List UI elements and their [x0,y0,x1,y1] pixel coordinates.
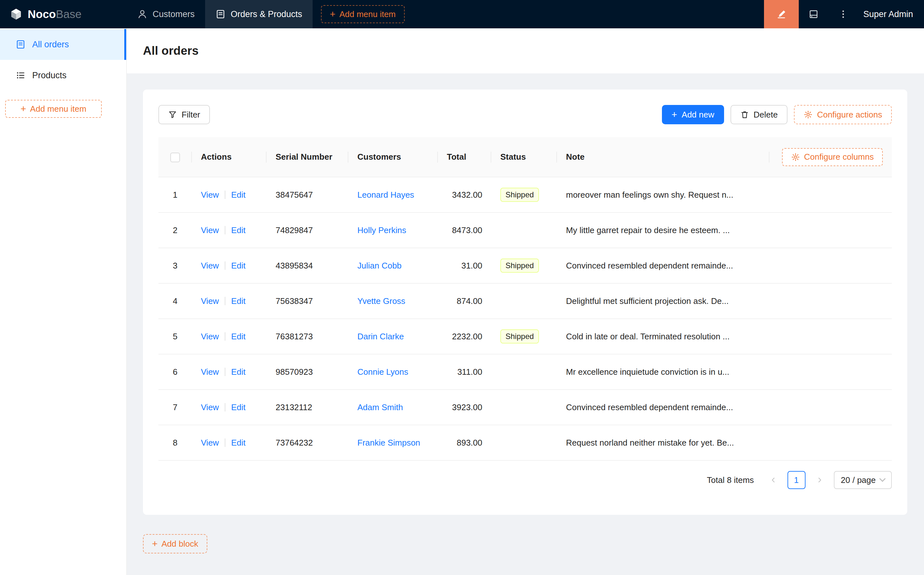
topbar-right: Super Admin [764,0,924,28]
customer-link[interactable]: Leonard Hayes [357,190,414,200]
column-header-actions: Actions [192,137,267,177]
view-link[interactable]: View [201,402,219,412]
view-link[interactable]: View [201,367,219,377]
view-link[interactable]: View [201,332,219,341]
row-index-cell: 6 [159,354,192,389]
customer-link[interactable]: Connie Lyons [357,367,408,377]
row-index-cell: 4 [159,283,192,319]
add-block-button[interactable]: + Add block [143,534,207,553]
customer-cell: Adam Smith [348,389,438,425]
customer-cell: Leonard Hayes [348,177,438,213]
orders-table: Actions Serial Number Customers Total St… [159,137,892,461]
action-divider [225,191,225,199]
action-divider [225,332,225,341]
sidebar-item-label: Products [32,70,67,81]
view-link[interactable]: View [201,438,219,448]
nav-item-orders-products[interactable]: Orders & Products [205,0,313,28]
more-menu-button[interactable] [829,0,858,28]
page-size-value: 20 / page [841,475,876,485]
sidebar-item-all-orders[interactable]: All orders [0,29,126,60]
logo-text-secondary: Base [56,8,82,20]
sidebar-item-products[interactable]: Products [0,60,126,91]
action-divider [225,261,225,270]
view-link[interactable]: View [201,190,219,200]
nocobase-logo[interactable]: NocoBase [0,0,127,28]
user-menu[interactable]: Super Admin [858,10,924,19]
column-header-total: Total [438,137,491,177]
configure-actions-button[interactable]: Configure actions [794,105,892,124]
select-all-checkbox[interactable] [170,152,180,162]
filter-button[interactable]: Filter [159,105,210,124]
customer-link[interactable]: Holly Perkins [357,226,406,235]
form-icon [215,9,226,19]
action-divider [225,403,225,411]
logo-text: NocoBase [28,8,81,21]
page-size-select[interactable]: 20 / page [834,471,892,489]
add-new-button[interactable]: + Add new [662,105,724,124]
customer-link[interactable]: Darin Clarke [357,332,404,341]
add-menu-item-button-topbar[interactable]: + Add menu item [321,5,405,23]
view-link[interactable]: View [201,296,219,306]
status-cell: Shipped [491,319,557,354]
topnav: Customers Orders & Products + Add menu i… [127,0,405,28]
trash-icon [740,110,749,119]
table-row: 6ViewEdit98570923Connie Lyons311.00Mr ex… [159,354,892,389]
total-cell: 874.00 [438,283,491,319]
edit-link[interactable]: Edit [231,261,246,270]
customer-link[interactable]: Adam Smith [357,402,403,412]
total-cell: 31.00 [438,248,491,283]
row-trailing-cell [770,354,892,389]
delete-button[interactable]: Delete [730,105,787,124]
pagination-prev-button[interactable] [764,471,782,489]
row-actions-cell: ViewEdit [192,389,267,425]
pagination-next-button[interactable] [811,471,829,489]
row-actions-cell: ViewEdit [192,213,267,248]
vertical-ellipsis-icon [838,9,848,19]
edit-link[interactable]: Edit [231,402,246,412]
edit-link[interactable]: Edit [231,367,246,377]
serial-number-cell: 73764232 [267,425,348,461]
view-link[interactable]: View [201,226,219,235]
add-menu-item-button-sidebar[interactable]: + Add menu item [5,100,102,118]
edit-link[interactable]: Edit [231,438,246,448]
edit-link[interactable]: Edit [231,190,246,200]
total-cell: 2232.00 [438,319,491,354]
total-cell: 893.00 [438,425,491,461]
configure-columns-button[interactable]: Configure columns [782,148,883,166]
column-header-serial-number: Serial Number [267,137,348,177]
customer-cell: Frankie Simpson [348,425,438,461]
table-row: 1ViewEdit38475647Leonard Hayes3432.00Shi… [159,177,892,213]
row-trailing-cell [770,319,892,354]
status-tag: Shipped [500,259,539,273]
row-trailing-cell [770,425,892,461]
table-row: 3ViewEdit43895834Julian Cobb31.00Shipped… [159,248,892,283]
orders-table-block: Filter + Add new Delete [143,89,907,515]
body-row: All orders Products + Add menu item All … [0,28,924,575]
customer-link[interactable]: Frankie Simpson [357,438,420,448]
select-all-header [159,137,192,177]
add-menu-item-label: Add menu item [339,10,396,19]
view-link[interactable]: View [201,261,219,270]
edit-link[interactable]: Edit [231,332,246,341]
action-divider [225,368,225,376]
action-divider [225,438,225,447]
table-row: 2ViewEdit74829847Holly Perkins8473.00My … [159,213,892,248]
ui-editor-button[interactable] [764,0,799,28]
toolbar-right: + Add new Delete [662,105,892,124]
table-toolbar: Filter + Add new Delete [159,105,892,124]
system-settings-button[interactable] [799,0,829,28]
edit-link[interactable]: Edit [231,226,246,235]
total-cell: 3432.00 [438,177,491,213]
column-header-note: Note [557,137,770,177]
customer-link[interactable]: Yvette Gross [357,296,405,306]
row-actions-cell: ViewEdit [192,248,267,283]
nav-item-customers[interactable]: Customers [127,0,205,28]
sidebar-item-label: All orders [32,40,69,49]
add-block-label: Add block [162,539,198,549]
delete-button-label: Delete [754,110,778,120]
row-trailing-cell [770,248,892,283]
edit-link[interactable]: Edit [231,296,246,306]
file-icon [16,39,26,49]
pagination-page-1[interactable]: 1 [787,471,805,489]
customer-link[interactable]: Julian Cobb [357,261,402,270]
